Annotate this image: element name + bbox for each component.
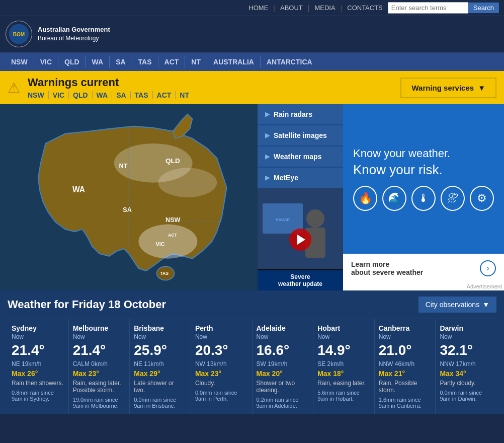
city-name: Canberra [379,324,432,332]
city-description: Rain then showers. [12,380,64,387]
map-label-qld: QLD [165,157,180,165]
city-max-temp: Max 20° [257,370,309,378]
promo-learn-more[interactable]: Learn moreabout severe weather › [343,254,504,282]
city-card-brisbane[interactable]: Brisbane Now 25.9° NE 11km/h Max 29° Lat… [130,319,191,414]
city-card-perth[interactable]: Perth Now 20.3° NW 13km/h Max 23° Cloudy… [191,319,253,414]
city-wind: SE 2km/h [317,360,370,367]
logo-text: Australian Government Bureau of Meteorol… [38,25,110,43]
state-nav-act[interactable]: ACT [158,56,186,68]
map-label-sa: SA [123,206,132,213]
warning-services-button[interactable]: Warning services ▼ [400,78,496,98]
city-now-label: Now [195,333,248,340]
city-rain: 5.6mm rain since 9am in Hobart. [317,390,370,402]
promo-icon-other[interactable]: ⚙ [470,186,494,211]
warn-wa[interactable]: WA [93,91,113,99]
menu-satellite-images[interactable]: ▶ Satellite images [258,125,343,146]
city-temperature: 21.4° [73,342,126,358]
search-button[interactable]: Search [468,3,499,13]
warn-sa[interactable]: SA [112,91,130,99]
coa-logo: BOM [5,20,33,48]
warnings-title: Warnings current [28,76,400,89]
city-rain: 0.0mm rain since 9am in Darwin. [440,390,492,402]
site-header: BOM Australian Government Bureau of Mete… [0,16,504,53]
video-overlay-label: Severeweather update [258,270,343,290]
promo-icon-fire[interactable]: 🔥 [353,186,377,211]
city-max-temp: Max 23° [195,370,248,378]
city-name: Adelaide [257,324,309,332]
city-name: Sydney [12,324,64,332]
city-description: Partly cloudy. [440,380,492,387]
state-nav-australia[interactable]: AUSTRALIA [207,56,261,68]
city-wind: SW 19km/h [257,360,309,367]
city-observations-button[interactable]: City observations ▼ [418,297,496,313]
search-input[interactable] [388,2,468,14]
city-wind: NNW 17km/h [440,360,492,367]
learn-more-text: Learn moreabout severe weather [351,260,423,276]
city-temperature: 21.0° [379,342,432,358]
warn-act[interactable]: ACT [153,91,176,99]
state-nav-nt[interactable]: NT [185,56,207,68]
city-name: Melbourne [73,324,126,332]
promo-headline-2: Know your risk. [353,162,494,178]
city-now-label: Now [317,333,370,340]
city-wind: NW 13km/h [195,360,248,367]
city-description: Shower or two clearing. [257,380,309,394]
map-label-act: ACT [168,233,178,238]
state-nav-qld[interactable]: QLD [58,56,86,68]
main-content-row: WA NT QLD SA NSW VIC ACT TAS ▶ Rain rada… [0,104,504,290]
city-now-label: Now [12,333,64,340]
warn-tas[interactable]: TAS [131,91,153,99]
map-label-vic: VIC [156,241,165,247]
state-nav-tas[interactable]: TAS [132,56,158,68]
city-description: Rain. Possible storm. [379,380,432,394]
state-nav-sa[interactable]: SA [110,56,132,68]
play-button[interactable] [289,229,311,251]
city-max-temp: Max 21° [379,370,432,378]
arrow-icon: ▶ [265,132,270,139]
state-nav-antarctica[interactable]: ANTARCTICA [261,56,318,68]
city-rain: 0.0mm rain since 9am in Brisbane. [134,397,187,409]
menu-meteye[interactable]: ▶ MetEye [258,168,343,188]
svg-text:BOM: BOM [13,32,25,37]
state-nav-nsw[interactable]: NSW [5,56,34,68]
search-box: Search [388,2,499,14]
svg-text:RADAR: RADAR [276,217,290,222]
nav-contacts[interactable]: CONTACTS [347,4,383,12]
city-card-sydney[interactable]: Sydney Now 21.4° NE 19km/h Max 26° Rain … [8,319,69,414]
city-now-label: Now [257,333,309,340]
menu-rain-radars[interactable]: ▶ Rain radars [258,104,343,125]
promo-top: Know your weather. Know your risk. 🔥 🌊 🌡… [343,104,504,254]
nav-home[interactable]: HOME [248,4,268,12]
city-temperature: 32.1° [440,342,492,358]
city-card-adelaide[interactable]: Adelaide Now 16.6° SW 19km/h Max 20° Sho… [253,319,314,414]
promo-icon-heat[interactable]: 🌡 [411,186,436,211]
city-max-temp: Max 26° [12,370,64,378]
warnings-states: NSW VIC QLD WA SA TAS ACT NT [28,91,400,99]
city-card-darwin[interactable]: Darwin Now 32.1° NNW 17km/h Max 34° Part… [436,319,496,414]
warnings-content: Warnings current NSW VIC QLD WA SA TAS A… [28,76,400,99]
city-card-canberra[interactable]: Canberra Now 21.0° NNW 46km/h Max 21° Ra… [375,319,436,414]
nav-media[interactable]: MEDIA [314,4,335,12]
city-card-hobart[interactable]: Hobart Now 14.9° SE 2km/h Max 18° Rain, … [313,319,375,414]
warn-nsw[interactable]: NSW [28,91,49,99]
warn-qld[interactable]: QLD [69,91,93,99]
city-max-temp: Max 29° [134,370,187,378]
svg-point-13 [306,209,324,228]
warn-vic[interactable]: VIC [49,91,69,99]
promo-icon-storm[interactable]: ⛈ [441,186,465,211]
state-nav-vic[interactable]: VIC [34,56,58,68]
state-nav-wa[interactable]: WA [86,56,110,68]
top-nav: HOME | ABOUT | MEDIA | CONTACTS Search [0,0,504,16]
nav-about[interactable]: ABOUT [280,4,303,12]
video-thumbnail[interactable]: RADAR Severeweather update [258,188,343,290]
promo-icon-flood[interactable]: 🌊 [382,186,406,211]
warn-nt[interactable]: NT [176,91,193,99]
arrow-icon: ▶ [265,153,270,160]
learn-more-arrow[interactable]: › [480,260,496,276]
city-card-melbourne[interactable]: Melbourne Now 21.4° CALM 0km/h Max 23° R… [69,319,130,414]
state-nav: NSW VIC QLD WA SA TAS ACT NT AUSTRALIA A… [0,53,504,71]
city-now-label: Now [379,333,432,340]
menu-weather-maps[interactable]: ▶ Weather maps [258,146,343,167]
city-wind: NE 19km/h [12,360,64,367]
city-wind: NNW 46km/h [379,360,432,367]
